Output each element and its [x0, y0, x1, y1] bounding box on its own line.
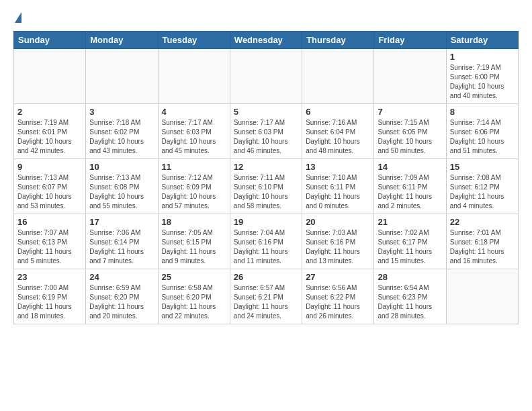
week-row-0: 1Sunrise: 7:19 AM Sunset: 6:00 PM Daylig…	[14, 49, 519, 104]
day-number: 15	[450, 162, 515, 172]
day-number: 17	[89, 217, 154, 227]
day-info: Sunrise: 6:57 AM Sunset: 6:21 PM Dayligh…	[234, 283, 298, 321]
day-cell: 19Sunrise: 7:04 AM Sunset: 6:16 PM Dayli…	[230, 214, 302, 269]
day-info: Sunrise: 6:58 AM Sunset: 6:20 PM Dayligh…	[162, 283, 226, 321]
day-cell: 8Sunrise: 7:14 AM Sunset: 6:06 PM Daylig…	[446, 104, 518, 159]
day-info: Sunrise: 7:14 AM Sunset: 6:06 PM Dayligh…	[450, 118, 515, 156]
day-cell: 16Sunrise: 7:07 AM Sunset: 6:13 PM Dayli…	[14, 214, 86, 269]
day-number: 25	[162, 272, 226, 282]
day-cell: 22Sunrise: 7:01 AM Sunset: 6:18 PM Dayli…	[446, 214, 518, 269]
weekday-friday: Friday	[374, 32, 446, 49]
day-info: Sunrise: 7:03 AM Sunset: 6:16 PM Dayligh…	[306, 228, 370, 266]
day-cell	[158, 49, 230, 104]
day-cell: 13Sunrise: 7:10 AM Sunset: 6:11 PM Dayli…	[302, 159, 374, 214]
day-info: Sunrise: 7:05 AM Sunset: 6:15 PM Dayligh…	[162, 228, 226, 266]
weekday-tuesday: Tuesday	[158, 32, 230, 49]
day-cell: 5Sunrise: 7:17 AM Sunset: 6:03 PM Daylig…	[230, 104, 302, 159]
day-cell: 23Sunrise: 7:00 AM Sunset: 6:19 PM Dayli…	[14, 269, 86, 324]
day-number: 20	[306, 217, 370, 227]
day-info: Sunrise: 7:08 AM Sunset: 6:12 PM Dayligh…	[450, 173, 515, 211]
weekday-monday: Monday	[86, 32, 158, 49]
day-number: 27	[306, 272, 370, 282]
day-info: Sunrise: 7:19 AM Sunset: 6:01 PM Dayligh…	[17, 118, 82, 156]
week-row-2: 9Sunrise: 7:13 AM Sunset: 6:07 PM Daylig…	[14, 159, 519, 214]
logo-triangle-icon	[15, 12, 21, 23]
day-info: Sunrise: 7:00 AM Sunset: 6:19 PM Dayligh…	[17, 283, 82, 321]
day-info: Sunrise: 7:02 AM Sunset: 6:17 PM Dayligh…	[378, 228, 442, 266]
day-number: 8	[450, 107, 515, 117]
day-cell: 12Sunrise: 7:11 AM Sunset: 6:10 PM Dayli…	[230, 159, 302, 214]
weekday-thursday: Thursday	[302, 32, 374, 49]
day-cell: 4Sunrise: 7:17 AM Sunset: 6:03 PM Daylig…	[158, 104, 230, 159]
day-number: 7	[378, 107, 442, 117]
day-info: Sunrise: 7:12 AM Sunset: 6:09 PM Dayligh…	[162, 173, 226, 211]
day-number: 4	[162, 107, 226, 117]
day-number: 12	[234, 162, 298, 172]
day-cell: 10Sunrise: 7:13 AM Sunset: 6:08 PM Dayli…	[86, 159, 158, 214]
day-cell: 25Sunrise: 6:58 AM Sunset: 6:20 PM Dayli…	[158, 269, 230, 324]
day-number: 13	[306, 162, 370, 172]
day-cell: 26Sunrise: 6:57 AM Sunset: 6:21 PM Dayli…	[230, 269, 302, 324]
day-info: Sunrise: 7:13 AM Sunset: 6:07 PM Dayligh…	[17, 173, 82, 211]
day-number: 1	[450, 52, 515, 62]
week-row-3: 16Sunrise: 7:07 AM Sunset: 6:13 PM Dayli…	[14, 214, 519, 269]
day-cell: 20Sunrise: 7:03 AM Sunset: 6:16 PM Dayli…	[302, 214, 374, 269]
day-number: 2	[17, 107, 82, 117]
day-number: 28	[378, 272, 442, 282]
weekday-header-row: SundayMondayTuesdayWednesdayThursdayFrid…	[14, 32, 519, 49]
day-info: Sunrise: 7:15 AM Sunset: 6:05 PM Dayligh…	[378, 118, 442, 156]
day-cell: 24Sunrise: 6:59 AM Sunset: 6:20 PM Dayli…	[86, 269, 158, 324]
day-info: Sunrise: 7:19 AM Sunset: 6:00 PM Dayligh…	[450, 63, 515, 101]
day-info: Sunrise: 7:17 AM Sunset: 6:03 PM Dayligh…	[234, 118, 298, 156]
day-number: 3	[89, 107, 154, 117]
day-cell: 2Sunrise: 7:19 AM Sunset: 6:01 PM Daylig…	[14, 104, 86, 159]
day-cell: 14Sunrise: 7:09 AM Sunset: 6:11 PM Dayli…	[374, 159, 446, 214]
day-cell: 27Sunrise: 6:56 AM Sunset: 6:22 PM Dayli…	[302, 269, 374, 324]
day-info: Sunrise: 7:11 AM Sunset: 6:10 PM Dayligh…	[234, 173, 298, 211]
day-cell: 3Sunrise: 7:18 AM Sunset: 6:02 PM Daylig…	[86, 104, 158, 159]
day-info: Sunrise: 7:04 AM Sunset: 6:16 PM Dayligh…	[234, 228, 298, 266]
day-number: 6	[306, 107, 370, 117]
week-row-4: 23Sunrise: 7:00 AM Sunset: 6:19 PM Dayli…	[14, 269, 519, 324]
day-info: Sunrise: 7:06 AM Sunset: 6:14 PM Dayligh…	[89, 228, 154, 266]
day-number: 16	[17, 217, 82, 227]
day-number: 23	[17, 272, 82, 282]
day-number: 22	[450, 217, 515, 227]
weekday-sunday: Sunday	[14, 32, 86, 49]
day-number: 21	[378, 217, 442, 227]
header	[13, 12, 519, 23]
day-cell: 7Sunrise: 7:15 AM Sunset: 6:05 PM Daylig…	[374, 104, 446, 159]
weekday-saturday: Saturday	[446, 32, 518, 49]
day-cell: 9Sunrise: 7:13 AM Sunset: 6:07 PM Daylig…	[14, 159, 86, 214]
day-cell: 17Sunrise: 7:06 AM Sunset: 6:14 PM Dayli…	[86, 214, 158, 269]
day-cell	[230, 49, 302, 104]
day-cell: 15Sunrise: 7:08 AM Sunset: 6:12 PM Dayli…	[446, 159, 518, 214]
day-number: 10	[89, 162, 154, 172]
day-cell	[14, 49, 86, 104]
day-cell: 21Sunrise: 7:02 AM Sunset: 6:17 PM Dayli…	[374, 214, 446, 269]
day-number: 18	[162, 217, 226, 227]
day-cell: 11Sunrise: 7:12 AM Sunset: 6:09 PM Dayli…	[158, 159, 230, 214]
day-cell: 1Sunrise: 7:19 AM Sunset: 6:00 PM Daylig…	[446, 49, 518, 104]
page: SundayMondayTuesdayWednesdayThursdayFrid…	[0, 0, 532, 336]
day-info: Sunrise: 6:59 AM Sunset: 6:20 PM Dayligh…	[89, 283, 154, 321]
day-info: Sunrise: 7:09 AM Sunset: 6:11 PM Dayligh…	[378, 173, 442, 211]
day-info: Sunrise: 7:17 AM Sunset: 6:03 PM Dayligh…	[162, 118, 226, 156]
day-cell: 18Sunrise: 7:05 AM Sunset: 6:15 PM Dayli…	[158, 214, 230, 269]
day-number: 9	[17, 162, 82, 172]
day-info: Sunrise: 7:13 AM Sunset: 6:08 PM Dayligh…	[89, 173, 154, 211]
day-cell: 28Sunrise: 6:54 AM Sunset: 6:23 PM Dayli…	[374, 269, 446, 324]
day-number: 5	[234, 107, 298, 117]
day-cell	[446, 269, 518, 324]
logo	[13, 12, 21, 23]
calendar: SundayMondayTuesdayWednesdayThursdayFrid…	[13, 31, 519, 324]
day-number: 26	[234, 272, 298, 282]
week-row-1: 2Sunrise: 7:19 AM Sunset: 6:01 PM Daylig…	[14, 104, 519, 159]
day-info: Sunrise: 6:54 AM Sunset: 6:23 PM Dayligh…	[378, 283, 442, 321]
day-cell	[86, 49, 158, 104]
day-cell	[374, 49, 446, 104]
day-number: 11	[162, 162, 226, 172]
day-cell	[302, 49, 374, 104]
day-number: 14	[378, 162, 442, 172]
day-info: Sunrise: 7:07 AM Sunset: 6:13 PM Dayligh…	[17, 228, 82, 266]
